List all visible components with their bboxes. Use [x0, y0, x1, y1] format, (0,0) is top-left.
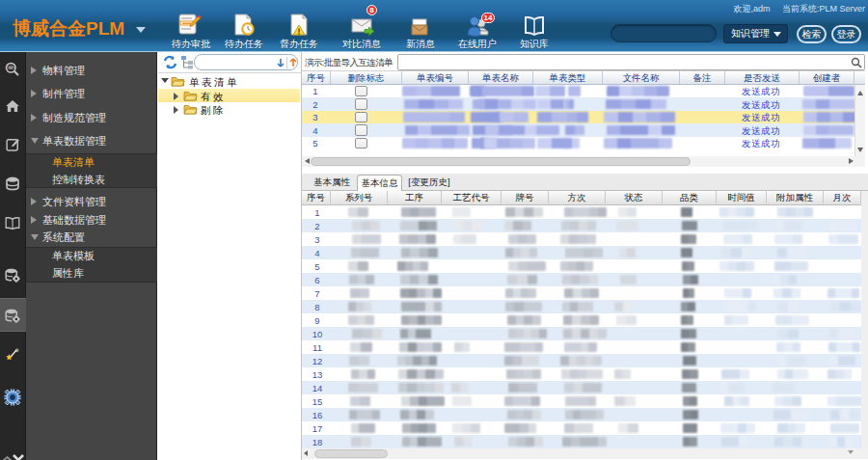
svg-text:BOM: BOM [8, 67, 15, 70]
